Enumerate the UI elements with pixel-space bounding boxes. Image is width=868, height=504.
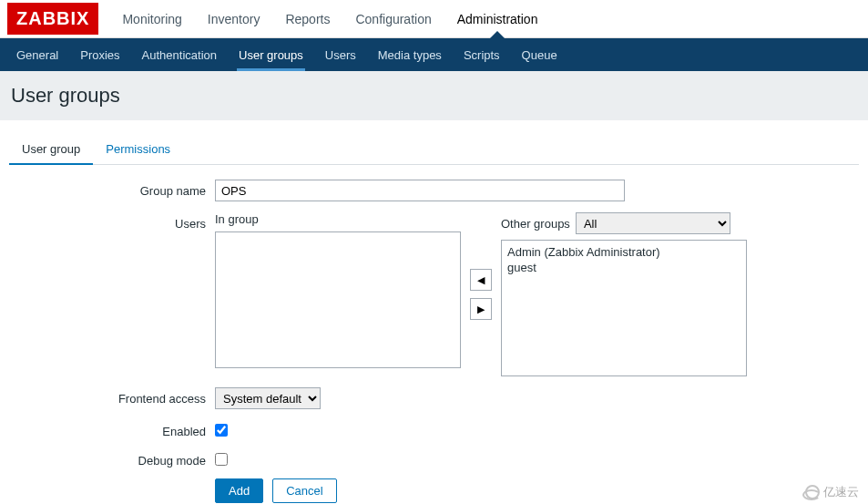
triangle-left-icon: ◀ bbox=[477, 274, 485, 286]
mainnav-administration[interactable]: Administration bbox=[444, 0, 551, 37]
debug-mode-checkbox[interactable] bbox=[215, 453, 228, 466]
content-panel: User group Permissions Group name Users … bbox=[0, 120, 868, 504]
enabled-label: Enabled bbox=[9, 420, 215, 438]
link-icon bbox=[805, 485, 820, 499]
top-bar: ZABBIX Monitoring Inventory Reports Conf… bbox=[0, 0, 868, 38]
group-name-input[interactable] bbox=[215, 180, 625, 201]
watermark-text: 亿速云 bbox=[823, 484, 859, 500]
move-right-button[interactable]: ▶ bbox=[470, 298, 492, 320]
subnav-proxies[interactable]: Proxies bbox=[69, 38, 130, 71]
subnav-user-groups[interactable]: User groups bbox=[228, 38, 314, 71]
sub-nav: General Proxies Authentication User grou… bbox=[0, 38, 868, 71]
main-nav: Monitoring Inventory Reports Configurati… bbox=[109, 0, 550, 37]
logo: ZABBIX bbox=[7, 3, 98, 35]
subnav-scripts[interactable]: Scripts bbox=[453, 38, 511, 71]
subnav-authentication[interactable]: Authentication bbox=[131, 38, 228, 71]
frontend-access-label: Frontend access bbox=[9, 387, 215, 406]
tab-user-group[interactable]: User group bbox=[9, 137, 93, 165]
other-groups-header: Other groups bbox=[501, 217, 570, 231]
page-title: User groups bbox=[11, 84, 857, 108]
in-group-listbox[interactable] bbox=[215, 231, 461, 368]
users-label: Users bbox=[9, 212, 215, 231]
debug-mode-label: Debug mode bbox=[9, 449, 215, 468]
group-name-label: Group name bbox=[9, 180, 215, 198]
frontend-access-select[interactable]: System default bbox=[215, 387, 321, 409]
subnav-queue[interactable]: Queue bbox=[511, 38, 568, 71]
page-header: User groups bbox=[0, 71, 868, 120]
cancel-button[interactable]: Cancel bbox=[272, 478, 336, 503]
mainnav-monitoring[interactable]: Monitoring bbox=[109, 0, 194, 37]
subnav-users[interactable]: Users bbox=[314, 38, 367, 71]
subnav-media-types[interactable]: Media types bbox=[367, 38, 453, 71]
enabled-checkbox[interactable] bbox=[215, 424, 228, 437]
list-item[interactable]: Admin (Zabbix Administrator) bbox=[505, 244, 742, 260]
triangle-right-icon: ▶ bbox=[477, 303, 485, 315]
other-groups-select[interactable]: All bbox=[576, 212, 730, 234]
add-button[interactable]: Add bbox=[215, 478, 263, 503]
mainnav-inventory[interactable]: Inventory bbox=[195, 0, 273, 37]
other-groups-column: Other groups All Admin (Zabbix Administr… bbox=[501, 212, 747, 376]
watermark: 亿速云 bbox=[805, 484, 859, 500]
tab-permissions[interactable]: Permissions bbox=[93, 137, 183, 164]
other-users-listbox[interactable]: Admin (Zabbix Administrator) guest bbox=[501, 240, 747, 376]
move-left-button[interactable]: ◀ bbox=[470, 269, 492, 291]
in-group-header: In group bbox=[215, 212, 461, 226]
mainnav-configuration[interactable]: Configuration bbox=[342, 0, 444, 37]
list-item[interactable]: guest bbox=[505, 260, 742, 275]
move-buttons-column: ◀ ▶ bbox=[461, 212, 501, 376]
mainnav-reports[interactable]: Reports bbox=[272, 0, 342, 37]
tabs: User group Permissions bbox=[9, 137, 859, 165]
in-group-column: In group bbox=[215, 212, 461, 376]
user-group-form: Group name Users In group ◀ ▶ bbox=[9, 165, 859, 503]
subnav-general[interactable]: General bbox=[5, 38, 69, 71]
